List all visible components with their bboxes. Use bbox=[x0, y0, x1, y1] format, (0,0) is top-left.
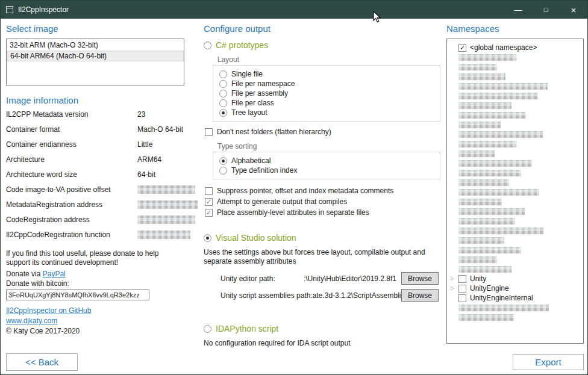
minimize-button[interactable]: — bbox=[504, 1, 532, 19]
image-list-item[interactable]: 32-bit ARM (Mach-O 32-bit) bbox=[7, 40, 184, 51]
namespace-item[interactable]: ▷UnityEngine bbox=[448, 284, 582, 293]
layout-option[interactable]: File per class bbox=[219, 98, 434, 108]
website-link[interactable]: www.djkaty.com bbox=[6, 317, 57, 325]
namespace-item[interactable] bbox=[448, 91, 582, 101]
maximize-button[interactable]: □ bbox=[532, 1, 560, 19]
browse-editor-button[interactable]: Browse bbox=[401, 272, 439, 285]
unity-editor-path-value: :\Unity\Hub\Editor\2019.2.8f1 bbox=[275, 274, 401, 283]
sorting-option[interactable]: Alphabetical bbox=[219, 156, 434, 166]
sorting-option[interactable]: Type definition index bbox=[219, 166, 434, 175]
redacted-namespace bbox=[458, 314, 514, 321]
namespace-label: <global namespace> bbox=[470, 43, 537, 52]
namespace-item[interactable] bbox=[448, 245, 582, 255]
layout-option[interactable]: Single file bbox=[219, 69, 434, 79]
redacted-value bbox=[137, 231, 190, 239]
namespace-checkbox[interactable] bbox=[458, 294, 466, 302]
visual-studio-description: Uses the settings above but forces tree … bbox=[204, 248, 430, 266]
namespace-checkbox[interactable] bbox=[458, 44, 466, 52]
info-row: Il2CppCodeRegistration function bbox=[6, 231, 184, 246]
redacted-namespace bbox=[458, 305, 549, 311]
redacted-value bbox=[137, 200, 198, 209]
title-bar[interactable]: Il2CppInspector — □ × bbox=[1, 1, 587, 19]
namespace-item[interactable] bbox=[448, 81, 582, 91]
namespace-item[interactable] bbox=[448, 72, 582, 81]
layout-option-label: Tree layout bbox=[231, 108, 267, 117]
namespace-item[interactable] bbox=[448, 255, 582, 264]
namespace-item[interactable] bbox=[448, 110, 582, 120]
radio-icon bbox=[204, 325, 211, 333]
mouse-cursor bbox=[373, 11, 382, 23]
radio-icon bbox=[219, 90, 227, 98]
checkbox-icon bbox=[205, 198, 213, 206]
donate-text: If you find this tool useful, please don… bbox=[6, 249, 182, 267]
checkbox-icon bbox=[205, 128, 213, 136]
namespace-item[interactable] bbox=[448, 62, 582, 72]
namespace-item[interactable] bbox=[448, 52, 582, 62]
redacted-namespace bbox=[458, 160, 532, 167]
caption-buttons: — □ × bbox=[504, 1, 587, 19]
attributes-checkbox[interactable]: Place assembly-level attributes in separ… bbox=[205, 208, 442, 217]
namespace-item[interactable] bbox=[448, 120, 582, 129]
layout-option[interactable]: File per assembly bbox=[219, 88, 434, 98]
github-link[interactable]: Il2CppInspector on GitHub bbox=[6, 306, 91, 315]
export-button[interactable]: Export bbox=[513, 354, 584, 370]
namespace-item[interactable] bbox=[448, 235, 582, 245]
namespace-item[interactable] bbox=[448, 206, 582, 216]
namespace-item[interactable] bbox=[448, 312, 582, 322]
redacted-namespace bbox=[458, 93, 538, 99]
radio-icon bbox=[219, 109, 227, 117]
namespace-item[interactable] bbox=[448, 264, 582, 274]
suppress-checkbox[interactable]: Suppress pointer, offset and index metad… bbox=[205, 187, 442, 195]
info-label: Code image-to-VA positive offset bbox=[6, 185, 137, 194]
browse-script-button[interactable]: Browse bbox=[401, 289, 439, 302]
namespace-item[interactable] bbox=[448, 101, 582, 110]
idapython-radio[interactable]: IDAPython script bbox=[204, 323, 442, 334]
namespace-item[interactable] bbox=[448, 139, 582, 149]
namespace-item[interactable] bbox=[448, 168, 582, 178]
namespace-item[interactable]: ▷Unity bbox=[448, 274, 582, 284]
redacted-namespace bbox=[458, 131, 543, 138]
namespace-checkbox[interactable] bbox=[458, 275, 466, 283]
back-button[interactable]: << Back bbox=[6, 353, 78, 371]
namespace-item[interactable] bbox=[448, 187, 582, 197]
redacted-namespace bbox=[458, 141, 516, 147]
namespace-item[interactable] bbox=[448, 178, 582, 187]
namespace-list[interactable]: <global namespace>▷Unity▷UnityEngineUnit… bbox=[446, 39, 584, 344]
expander-icon[interactable]: ▷ bbox=[451, 276, 458, 281]
info-label: MetadataRegistration address bbox=[6, 200, 137, 209]
namespace-checkbox[interactable] bbox=[458, 285, 466, 293]
paypal-link[interactable]: PayPal bbox=[43, 270, 66, 278]
redacted-namespace bbox=[458, 54, 516, 61]
compiles-checkbox[interactable]: Attempt to generate output that compiles bbox=[205, 197, 442, 206]
namespace-item[interactable] bbox=[448, 149, 582, 158]
namespace-item[interactable] bbox=[448, 158, 582, 168]
info-label: Container endianness bbox=[6, 140, 137, 149]
layout-option[interactable]: File per namespace bbox=[219, 79, 434, 88]
redacted-namespace bbox=[458, 199, 502, 205]
image-list[interactable]: 32-bit ARM (Mach-O 32-bit)64-bit ARM64 (… bbox=[6, 39, 184, 85]
namespace-item[interactable] bbox=[448, 303, 582, 312]
visual-studio-radio[interactable]: Visual Studio solution bbox=[204, 232, 442, 243]
info-row: Code image-to-VA positive offset bbox=[6, 185, 184, 200]
radio-icon bbox=[204, 234, 211, 242]
namespace-item[interactable] bbox=[448, 197, 582, 206]
namespace-item[interactable] bbox=[448, 216, 582, 226]
namespace-item[interactable] bbox=[448, 129, 582, 139]
namespace-item[interactable] bbox=[448, 226, 582, 235]
layout-option-label: Single file bbox=[231, 70, 263, 78]
layout-option[interactable]: Tree layout bbox=[219, 108, 434, 117]
namespace-item[interactable]: UnityEngineInternal bbox=[448, 293, 582, 303]
image-list-item[interactable]: 64-bit ARM64 (Mach-O 64-bit) bbox=[7, 51, 184, 61]
info-row: ArchitectureARM64 bbox=[6, 155, 184, 170]
flatten-checkbox[interactable]: Don't nest folders (flatten hierarchy) bbox=[205, 128, 442, 136]
info-label: Il2CppCodeRegistration function bbox=[6, 231, 137, 239]
compiles-label: Attempt to generate output that compiles bbox=[217, 197, 347, 206]
expander-icon[interactable]: ▷ bbox=[451, 286, 458, 291]
unity-editor-path-row: Unity editor path: :\Unity\Hub\Editor\20… bbox=[220, 272, 439, 285]
csharp-prototypes-radio[interactable]: C# prototypes bbox=[204, 40, 442, 51]
bitcoin-address-input[interactable] bbox=[6, 290, 149, 300]
info-value bbox=[137, 200, 198, 211]
redacted-namespace bbox=[458, 64, 497, 70]
close-button[interactable]: × bbox=[560, 1, 587, 19]
namespace-item[interactable]: <global namespace> bbox=[448, 43, 582, 52]
